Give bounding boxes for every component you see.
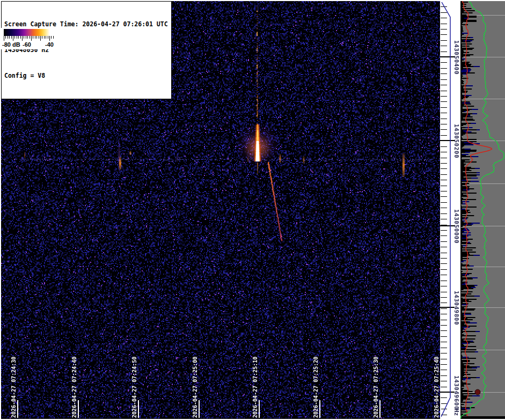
color-scale-ticks <box>4 36 55 41</box>
scale-label-max: -40 <box>45 41 54 48</box>
time-axis-label: 2026-04-27 07:25:40 <box>434 357 440 418</box>
color-scale-gradient <box>4 29 55 36</box>
frequency-axis-label: 143050400 <box>453 40 460 75</box>
time-axis-label: 2026-04-27 07:24:50 <box>131 357 137 418</box>
frequency-axis-label: 143050200 <box>453 124 460 158</box>
capture-time-text: Screen Capture Time: 2026-04-27 07:26:01… <box>4 20 168 28</box>
time-axis-label: 2026-04-27 07:25:00 <box>192 357 198 418</box>
capture-info-box: Screen Capture Time: 2026-04-27 07:26:01… <box>1 1 172 99</box>
frequency-axis-label: 143049800 <box>453 291 460 325</box>
spectrogram-app: Screen Capture Time: 2026-04-27 07:26:01… <box>0 0 505 420</box>
scale-label-min: -80 dB <box>2 41 20 48</box>
frequency-axis-label: 143049600 <box>453 375 460 410</box>
time-axis-label: 2026-04-27 07:25:30 <box>373 357 379 418</box>
time-axis-label: 2026-04-27 07:24:30 <box>11 357 17 418</box>
color-scale-legend: -80 dB -60 -40 <box>1 28 57 49</box>
color-scale-labels: -80 dB -60 -40 <box>1 41 57 49</box>
frequency-axis-label: 143050000 <box>453 209 460 244</box>
frequency-unit-label: Hz <box>453 409 460 416</box>
time-axis-label: 2026-04-27 07:25:10 <box>252 357 258 418</box>
time-axis-label: 2026-04-27 07:25:20 <box>313 357 319 418</box>
config-text: Config = V8 <box>4 71 168 80</box>
scale-label-mid: -60 <box>23 41 31 48</box>
time-axis-label: 2026-04-27 07:24:40 <box>71 357 77 418</box>
